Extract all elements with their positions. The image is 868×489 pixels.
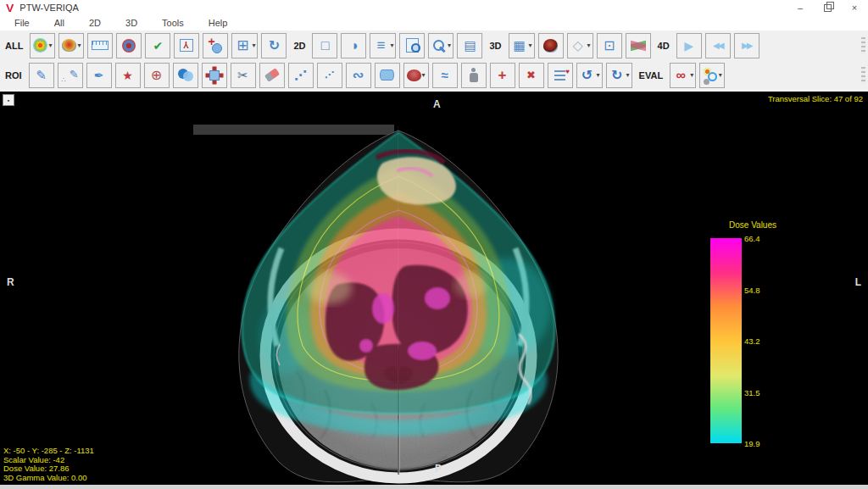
window-title: PTW-VERIQA	[19, 3, 78, 13]
step-forward-button[interactable]: ▶▶	[734, 33, 760, 58]
cross-red-icon: ✖	[523, 67, 540, 84]
draw-pen-button[interactable]: ✒	[86, 63, 112, 88]
report-button[interactable]: ✔	[145, 33, 170, 58]
brain-red-icon	[407, 69, 421, 81]
brush-icon: ✎	[33, 67, 50, 84]
isolines-button[interactable]: ≡▾	[370, 33, 396, 58]
polyline-link-icon: ⋰	[321, 67, 338, 84]
crossed-planes-icon	[631, 40, 646, 52]
body-outline-button[interactable]	[461, 63, 487, 88]
spray-brush-button[interactable]	[58, 63, 83, 88]
rect-outline-icon: □	[316, 37, 333, 54]
toolbar-roi: ROI✎✒★⊕✂⋰⋰∾▾≈+✖↺▾↻▾EVAL∞▾▾	[0, 60, 868, 90]
crop-region-button[interactable]: □	[312, 33, 337, 58]
report-check-icon: ✔	[149, 37, 166, 54]
restore-icon	[824, 4, 832, 12]
zoom-button[interactable]: ▾	[428, 33, 453, 58]
viewport-collapse-button[interactable]: ▪	[3, 94, 14, 106]
dose-colormap-button[interactable]: ▾	[58, 33, 84, 58]
brain-colormap-icon	[62, 39, 76, 52]
menu-bar: FileAll2D3DToolsHelp	[0, 15, 868, 31]
add-roi-button[interactable]: +	[490, 63, 515, 88]
localizer-frame-button[interactable]	[174, 33, 199, 58]
status-line: Dose Value: 27.86	[3, 464, 94, 474]
ruler-icon	[92, 41, 108, 50]
step-backward-button[interactable]: ◀◀	[705, 33, 731, 58]
menu-item-2d[interactable]: 2D	[89, 18, 101, 28]
add-poi-button[interactable]	[203, 33, 228, 58]
toolbar-label-3d: 3D	[489, 41, 501, 51]
measure-ruler-button[interactable]	[87, 33, 113, 58]
window-edge	[0, 485, 868, 489]
menu-item-all[interactable]: All	[54, 18, 64, 28]
interpolate-contours-button[interactable]: ∾	[346, 63, 371, 88]
toolbar-label-all: ALL	[5, 41, 23, 51]
rotate-3d-button[interactable]: ◇▾	[567, 33, 593, 58]
menu-item-tools[interactable]: Tools	[162, 18, 184, 28]
grow-region-button[interactable]: ⊕	[144, 63, 170, 88]
layout-grid-icon: ⊞	[234, 37, 251, 54]
edit-contour-button[interactable]: ★	[115, 63, 141, 88]
menu-item-3d[interactable]: 3D	[125, 18, 137, 28]
delete-roi-button[interactable]: ✖	[519, 63, 544, 88]
toolbar-label-2d: 2D	[293, 41, 305, 51]
mpr-panel-button[interactable]: ⊡	[597, 33, 622, 58]
snapshot-button[interactable]: ▤	[457, 33, 482, 58]
boolean-circles-icon	[178, 69, 193, 81]
restore-button[interactable]	[814, 0, 841, 15]
inspect-values-button[interactable]	[399, 33, 425, 58]
copy-contour-button[interactable]: ≈	[432, 63, 458, 88]
reset-view-button[interactable]: ↻	[261, 33, 287, 58]
dose-comparison-button[interactable]: ▾	[699, 63, 725, 88]
ct-table-artifact	[193, 125, 394, 135]
erase-button[interactable]	[259, 63, 285, 88]
colorbar-title: Dose Values	[721, 220, 785, 230]
menu-item-help[interactable]: Help	[209, 18, 228, 28]
person-icon	[469, 68, 479, 82]
window-level-button[interactable]: ◑	[341, 33, 366, 58]
roi-list-button[interactable]	[548, 63, 573, 88]
colorbar-tick-label: 54.8	[744, 286, 760, 295]
roll-contour-button[interactable]	[375, 63, 400, 88]
play-button[interactable]: ▶	[676, 33, 702, 58]
page-3d-icon: ▤	[461, 37, 478, 54]
draw-polyline-button[interactable]: ⋰	[288, 63, 314, 88]
cut-planes-button[interactable]	[626, 33, 651, 58]
auto-segment-button[interactable]: ▾	[403, 63, 429, 88]
boolean-combine-button[interactable]	[173, 63, 198, 88]
dropdown-arrow-icon: ▾	[422, 71, 426, 79]
minimize-button[interactable]: –	[787, 0, 814, 15]
title-bar: V PTW-VERIQA – ×	[0, 0, 868, 15]
viewport-layout-button[interactable]: ⊞▾	[231, 33, 258, 58]
orientation-left-label: L	[855, 276, 861, 288]
expand-sphere-icon: ⊕	[148, 67, 165, 84]
edit-nodes-button[interactable]: ⋰	[317, 63, 342, 88]
dropdown-arrow-icon: ▾	[48, 42, 52, 49]
expand-margin-button[interactable]	[202, 63, 227, 88]
menu-item-file[interactable]: File	[14, 18, 30, 28]
status-line: 3D Gamma Value: 0.00	[3, 474, 94, 483]
slice-info-label: Transversal Slice: 47 of 92	[768, 94, 863, 103]
isolines-icon: ≡	[372, 37, 389, 54]
plus-red-icon: +	[494, 67, 511, 84]
surface-render-button[interactable]	[538, 33, 564, 58]
rotate-reset-icon: ↻	[265, 37, 282, 54]
close-button[interactable]: ×	[841, 0, 868, 15]
ptw-logo-icon: V	[6, 3, 14, 14]
dose-display-mode-button[interactable]: ▾	[30, 33, 55, 58]
paint-brush-button[interactable]: ✎	[29, 63, 54, 88]
page-dots-icon: ▦	[511, 37, 528, 54]
gamma-analysis-button[interactable]: ∞▾	[670, 63, 696, 88]
undo-button[interactable]: ↺▾	[576, 63, 603, 88]
viewport[interactable]: ▪ Transversal Slice: 47 of 92 A P R L Do…	[0, 92, 868, 485]
cut-contour-button[interactable]: ✂	[231, 63, 256, 88]
volume-view-button[interactable]: ▦▾	[509, 33, 535, 58]
dropdown-arrow-icon: ▾	[390, 42, 393, 49]
redo-button[interactable]: ↻▾	[606, 63, 632, 88]
colorbar-tick-label: 43.2	[744, 336, 760, 346]
image-fusion-button[interactable]	[116, 33, 142, 58]
spray-icon	[62, 67, 79, 84]
magnifier-icon	[431, 38, 447, 53]
add-poi-icon	[208, 38, 223, 53]
eraser-icon	[264, 68, 279, 82]
